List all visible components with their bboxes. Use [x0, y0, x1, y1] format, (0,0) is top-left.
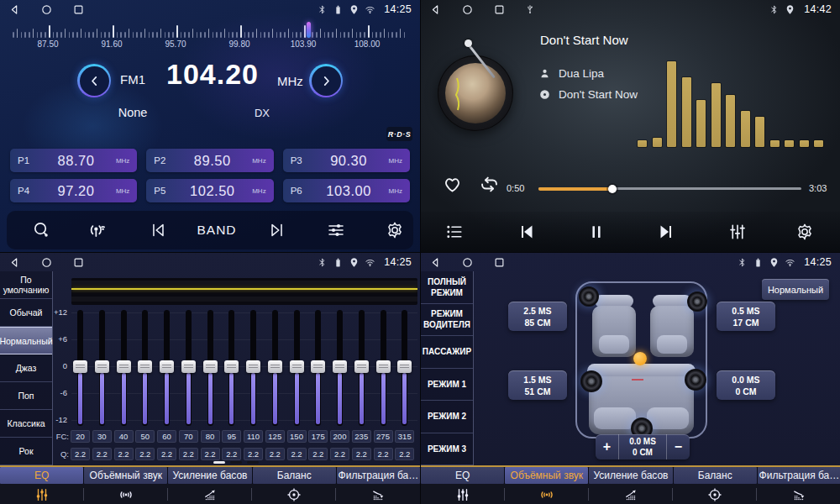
tune-down-button[interactable] — [77, 64, 111, 97]
listening-mode-item[interactable]: РЕЖИМ 1 — [421, 369, 473, 402]
broadcast-icon[interactable] — [86, 219, 108, 241]
sound-tab-label[interactable]: Усиление басов — [168, 467, 251, 484]
delay-decrease-button[interactable]: − — [667, 434, 690, 459]
seek-bar[interactable] — [538, 187, 801, 190]
eq-slider-knob[interactable] — [117, 360, 131, 373]
recents-icon[interactable] — [493, 3, 506, 16]
eq-slider-knob[interactable] — [203, 360, 218, 373]
recents-icon[interactable] — [72, 3, 85, 16]
seek-bar-knob[interactable] — [608, 185, 617, 193]
search-icon[interactable] — [32, 221, 51, 240]
eq-slider-knob[interactable] — [73, 360, 87, 373]
profile-button[interactable]: Нормальный — [762, 279, 829, 300]
home-icon[interactable] — [40, 256, 53, 269]
sound-tab-button[interactable] — [757, 484, 840, 504]
sound-tab-button[interactable] — [336, 484, 420, 504]
eq-slider-knob[interactable] — [333, 360, 347, 373]
recents-icon[interactable] — [72, 256, 85, 269]
sound-tab-label[interactable]: Усиление басов — [589, 467, 672, 484]
delay-rear-left-button[interactable]: 1.5 MS 51 CM — [508, 370, 567, 400]
eq-slider-knob[interactable] — [224, 360, 239, 373]
eq-band-slider[interactable] — [77, 310, 83, 426]
eq-slider-knob[interactable] — [397, 360, 412, 373]
sound-tab-label[interactable]: EQ — [0, 467, 83, 484]
eq-band-slider[interactable] — [272, 310, 278, 426]
delay-rear-right-button[interactable]: 0.0 MS 0 CM — [717, 370, 775, 400]
eq-band-slider[interactable] — [337, 310, 343, 426]
eq-band-slider[interactable] — [294, 310, 300, 426]
eq-slider-knob[interactable] — [376, 360, 391, 373]
sound-tab-button[interactable] — [505, 484, 589, 504]
eq-slider-knob[interactable] — [311, 360, 325, 373]
eq-slider-knob[interactable] — [138, 360, 152, 373]
settings-icon[interactable] — [795, 223, 815, 242]
eq-band-slider[interactable] — [359, 310, 365, 426]
delay-front-left-button[interactable]: 2.5 MS 85 CM — [508, 302, 567, 331]
eq-band-slider[interactable] — [250, 310, 256, 426]
home-icon[interactable] — [461, 3, 474, 16]
eq-slider-knob[interactable] — [181, 360, 196, 373]
sound-tab-button[interactable] — [673, 484, 757, 504]
audio-settings-icon[interactable] — [326, 220, 346, 240]
preset-button-p4[interactable]: P497.20MHz — [10, 179, 137, 202]
playlist-icon[interactable] — [445, 223, 465, 242]
sound-tab-label[interactable]: Баланс — [674, 467, 757, 484]
equalizer-shortcut-icon[interactable] — [728, 223, 748, 242]
band-button[interactable]: BAND — [197, 223, 236, 238]
previous-station-icon[interactable] — [149, 221, 167, 239]
pause-icon[interactable] — [587, 223, 606, 241]
home-icon[interactable] — [40, 3, 53, 16]
preset-button-p2[interactable]: P289.50MHz — [146, 149, 273, 172]
eq-band-slider[interactable] — [142, 310, 148, 426]
eq-slider-knob[interactable] — [246, 360, 260, 373]
listening-mode-item[interactable]: РЕЖИМ 3 — [421, 433, 473, 466]
frequency-scale[interactable] — [13, 21, 407, 38]
sound-tab-label[interactable]: Объёмный звук — [84, 467, 167, 484]
tune-up-button[interactable] — [309, 64, 343, 97]
back-icon[interactable] — [8, 3, 21, 16]
eq-band-slider[interactable] — [99, 310, 105, 426]
sound-tab-button[interactable] — [84, 484, 168, 504]
sound-tab-button[interactable] — [421, 484, 505, 504]
sound-tab-label[interactable]: Фильтрация ба… — [758, 467, 840, 484]
sound-tab-label[interactable]: EQ — [421, 467, 504, 484]
listening-mode-item[interactable]: ПАССАЖИР — [421, 336, 473, 369]
back-icon[interactable] — [429, 3, 442, 16]
sound-tab-label[interactable]: Фильтрация ба… — [337, 467, 420, 484]
listener-position-dot[interactable] — [633, 352, 647, 365]
eq-band-slider[interactable] — [228, 310, 234, 426]
back-icon[interactable] — [8, 256, 21, 269]
listening-mode-item[interactable]: РЕЖИМ ВОДИТЕЛЯ — [421, 304, 473, 337]
eq-preset-item[interactable]: По умолчанию — [0, 271, 52, 299]
eq-band-slider[interactable] — [186, 310, 192, 426]
eq-slider-knob[interactable] — [160, 360, 174, 373]
next-track-icon[interactable] — [656, 222, 676, 242]
eq-band-slider[interactable] — [207, 310, 213, 426]
next-station-icon[interactable] — [268, 221, 286, 239]
eq-slider-knob[interactable] — [95, 360, 109, 373]
speaker-front-right-icon[interactable] — [687, 291, 707, 312]
speaker-rear-right-icon[interactable] — [685, 369, 706, 391]
eq-band-slider[interactable] — [315, 310, 321, 426]
eq-slider-knob[interactable] — [354, 360, 369, 373]
sound-tab-label[interactable]: Баланс — [253, 467, 336, 484]
listening-mode-item[interactable]: РЕЖИМ 2 — [421, 401, 473, 433]
repeat-icon[interactable] — [478, 173, 501, 196]
sound-tab-button[interactable] — [0, 484, 84, 504]
eq-band-slider[interactable] — [402, 310, 407, 426]
delay-front-right-button[interactable]: 0.5 MS 17 CM — [717, 302, 775, 331]
listening-mode-item[interactable]: ПОЛНЫЙ РЕЖИМ — [421, 271, 473, 304]
speaker-front-left-icon[interactable] — [579, 286, 599, 307]
sound-tab-button[interactable] — [168, 484, 252, 504]
back-icon[interactable] — [429, 256, 442, 269]
eq-slider-knob[interactable] — [290, 360, 304, 373]
preset-button-p5[interactable]: P5102.50MHz — [146, 179, 273, 202]
sound-tab-button[interactable] — [252, 484, 336, 504]
eq-band-slider[interactable] — [164, 310, 170, 426]
settings-icon[interactable] — [386, 221, 405, 240]
preset-button-p3[interactable]: P390.30MHz — [283, 149, 410, 172]
sound-tab-label[interactable]: Объёмный звук — [505, 467, 588, 484]
recents-icon[interactable] — [493, 256, 506, 269]
speaker-rear-left-icon[interactable] — [580, 370, 602, 392]
favorite-icon[interactable] — [442, 174, 463, 195]
